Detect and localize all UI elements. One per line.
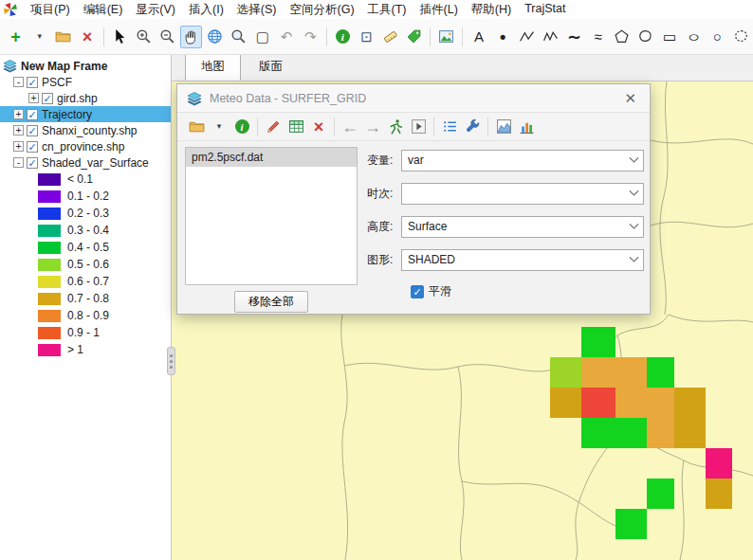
menu-item[interactable]: 插入(I) bbox=[182, 0, 230, 20]
variable-select[interactable]: var bbox=[401, 150, 644, 172]
close-project-button[interactable]: × bbox=[76, 26, 98, 48]
time-select[interactable] bbox=[401, 183, 644, 205]
menu-item[interactable]: 编辑(E) bbox=[77, 0, 130, 20]
select-rect-tool[interactable]: ▢ bbox=[251, 26, 273, 48]
expander-icon[interactable]: - bbox=[13, 157, 24, 168]
legend-item: > 1 bbox=[0, 341, 171, 358]
layer-checkbox[interactable]: ✓ bbox=[27, 77, 38, 88]
expander-icon[interactable]: + bbox=[13, 109, 24, 119]
prev-time-button[interactable]: ← bbox=[340, 117, 360, 137]
map-frame-label: New Map Frame bbox=[21, 60, 107, 73]
text-tool[interactable]: A bbox=[468, 26, 489, 48]
select-feature-button[interactable]: ⊡ bbox=[356, 26, 377, 48]
field-label: 变量: bbox=[367, 153, 401, 169]
view-tabbar: 地图版面 bbox=[172, 55, 753, 81]
expander-icon[interactable]: + bbox=[28, 93, 39, 103]
layer-checkbox[interactable]: ✓ bbox=[27, 157, 38, 169]
tab-layout[interactable]: 版面 bbox=[243, 54, 299, 81]
zoom-in-tool[interactable] bbox=[133, 26, 155, 48]
graphic-select[interactable]: SHADED bbox=[401, 249, 644, 271]
image-button[interactable] bbox=[435, 26, 457, 48]
rect-tool[interactable]: ▭ bbox=[658, 26, 680, 48]
dialog-titlebar[interactable]: Meteo Data - SURFER_GRID ✕ bbox=[177, 84, 650, 113]
menu-item[interactable]: 工具(T) bbox=[361, 0, 413, 20]
list-button[interactable] bbox=[439, 117, 460, 137]
menu-item[interactable]: 空间分析(G) bbox=[284, 0, 361, 20]
layer-node[interactable]: -✓PSCF bbox=[0, 74, 171, 90]
next-time-button[interactable]: → bbox=[362, 117, 383, 137]
tab-map[interactable]: 地图 bbox=[185, 54, 241, 81]
chevron-down-icon[interactable] bbox=[624, 151, 643, 171]
new-caret-icon[interactable]: ▾ bbox=[28, 26, 50, 48]
layer-node[interactable]: +✓cn_province.shp bbox=[0, 138, 171, 154]
map-frame-node[interactable]: New Map Frame bbox=[0, 58, 171, 74]
expander-icon[interactable]: + bbox=[13, 125, 24, 135]
layer-node[interactable]: -✓Shaded_var_Surface bbox=[0, 154, 171, 171]
chevron-down-icon[interactable] bbox=[624, 184, 643, 204]
close-icon[interactable]: ✕ bbox=[620, 90, 640, 107]
level-select[interactable]: Surface bbox=[401, 216, 644, 238]
histogram-button[interactable] bbox=[516, 117, 537, 137]
menu-item[interactable]: 选择(S) bbox=[230, 0, 284, 20]
open-file-button[interactable] bbox=[186, 117, 207, 137]
table-button[interactable] bbox=[285, 117, 306, 137]
info-button[interactable]: i bbox=[231, 117, 252, 137]
full-extent-button[interactable] bbox=[204, 26, 226, 48]
curve-polygon-tool[interactable] bbox=[634, 26, 656, 48]
identify-button[interactable]: i bbox=[332, 26, 354, 48]
menu-item[interactable]: 显示(V) bbox=[129, 0, 182, 20]
measure-button[interactable] bbox=[379, 26, 401, 48]
zoom-to-layer-button[interactable] bbox=[228, 26, 249, 48]
menu-item[interactable]: 插件(L) bbox=[413, 0, 465, 20]
undo-button[interactable]: ↶ bbox=[276, 26, 298, 48]
lasso-tool[interactable] bbox=[730, 26, 752, 48]
step-button[interactable] bbox=[408, 117, 429, 137]
layer-node[interactable]: +✓Trajectory bbox=[0, 106, 171, 122]
legend-swatch bbox=[38, 242, 61, 254]
menu-item[interactable]: 帮助(H) bbox=[465, 0, 518, 20]
expander-icon[interactable]: + bbox=[13, 141, 24, 152]
settings-button[interactable] bbox=[462, 117, 483, 137]
legend-label: 0.2 - 0.3 bbox=[67, 207, 109, 220]
legend-item: 0.7 - 0.8 bbox=[0, 290, 171, 307]
toolbar-separator bbox=[430, 27, 431, 46]
point-tool[interactable]: • bbox=[491, 26, 513, 48]
legend-label: 0.7 - 0.8 bbox=[67, 292, 109, 305]
file-list-item[interactable]: pm2.5pscf.dat bbox=[186, 148, 357, 167]
layer-node[interactable]: +✓gird.shp bbox=[0, 90, 171, 106]
expander-icon[interactable]: - bbox=[13, 77, 24, 87]
redo-button[interactable]: ↷ bbox=[300, 26, 321, 48]
draw-button[interactable] bbox=[263, 117, 284, 137]
panel-splitter-handle[interactable] bbox=[167, 347, 175, 375]
open-file-caret-icon[interactable]: ▾ bbox=[209, 117, 230, 137]
file-list[interactable]: pm2.5pscf.dat bbox=[185, 147, 358, 285]
zoom-out-tool[interactable] bbox=[156, 26, 178, 48]
chevron-down-icon[interactable] bbox=[624, 250, 643, 270]
polyline-tool[interactable] bbox=[516, 26, 538, 48]
menu-item[interactable]: 项目(P) bbox=[24, 0, 77, 20]
remove-all-button[interactable]: 移除全部 bbox=[234, 291, 308, 313]
polygon-tool[interactable] bbox=[611, 26, 633, 48]
select-tool[interactable] bbox=[109, 26, 131, 48]
animate-button[interactable] bbox=[385, 117, 406, 137]
pan-tool[interactable] bbox=[180, 26, 202, 48]
smooth-checkbox[interactable]: ✓ bbox=[411, 285, 424, 298]
layer-checkbox[interactable]: ✓ bbox=[27, 125, 38, 136]
open-project-button[interactable] bbox=[52, 26, 74, 48]
chevron-down-icon[interactable] bbox=[624, 217, 643, 237]
menu-item[interactable]: TrajStat bbox=[518, 0, 572, 20]
polylines-tool[interactable] bbox=[540, 26, 561, 48]
layer-checkbox[interactable]: ✓ bbox=[27, 109, 38, 120]
new-button[interactable]: + bbox=[5, 26, 27, 48]
layer-checkbox[interactable]: ✓ bbox=[27, 141, 38, 153]
curves-tool[interactable]: ≈ bbox=[587, 26, 609, 48]
legend-item: 0.2 - 0.3 bbox=[0, 205, 171, 222]
remove-file-button[interactable]: × bbox=[308, 117, 329, 137]
layer-checkbox[interactable]: ✓ bbox=[42, 93, 53, 104]
circle-tool[interactable]: ○ bbox=[707, 26, 728, 48]
ellipse-tool[interactable]: ○ bbox=[683, 26, 705, 48]
label-button[interactable] bbox=[403, 26, 425, 48]
layer-node[interactable]: +✓Shanxi_county.shp bbox=[0, 122, 171, 138]
chart-button[interactable] bbox=[493, 117, 514, 137]
curve-tool[interactable]: ∼ bbox=[563, 26, 585, 48]
